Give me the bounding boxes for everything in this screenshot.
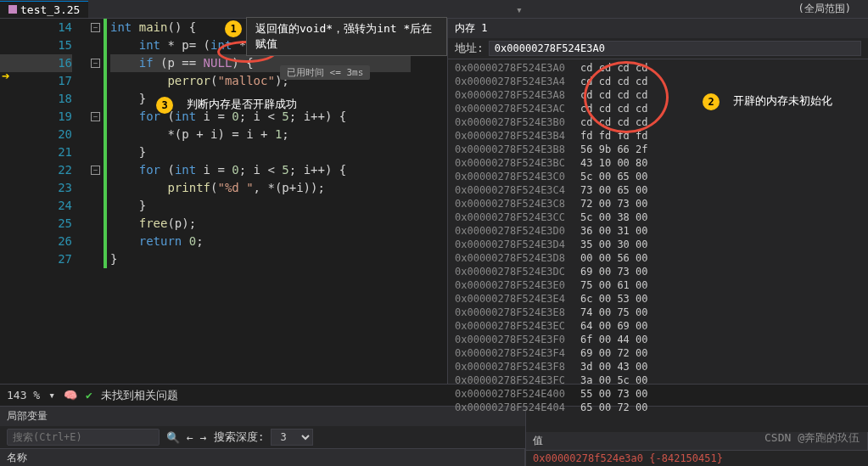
memory-panel: 内存 1 地址: 0x00000278F524E3A0cd cd cd cd0x… (447, 19, 868, 384)
memory-row: 0x00000278F524E3C872 00 73 00 (455, 197, 861, 211)
line-number: 22 (0, 161, 72, 179)
memory-row: 0x00000278F524E3B4fd fd fd fd (455, 129, 861, 143)
annotation-marker-1: 1 (225, 20, 242, 37)
memory-row: 0x00000278F524E40055 00 73 00 (455, 387, 861, 401)
table-row[interactable]: 0x00000278f524e3a0 {-842150451} (526, 451, 868, 466)
memory-row: 0x00000278F524E3CC5c 00 38 00 (455, 211, 861, 224)
memory-address-input[interactable] (489, 41, 861, 56)
cpp-icon (8, 5, 17, 14)
memory-title: 内存 1 (448, 19, 868, 38)
line-number: 18 (0, 90, 72, 108)
status-message: 未找到相关问题 (101, 388, 178, 403)
tab-bar: test_3.25 ▾ (全局范围) (0, 0, 868, 19)
search-icon[interactable]: 🔍 (166, 431, 180, 444)
search-input[interactable] (7, 429, 160, 446)
line-number: 27 (0, 250, 72, 268)
line-number: 14 (0, 19, 72, 36)
tab-label: test_3.25 (20, 3, 80, 16)
memory-row: 0x00000278F524E3DC69 00 73 00 (455, 265, 861, 278)
locals-search-row: 🔍 ← → 搜索深度: 3 (0, 426, 525, 449)
memory-row: 0x00000278F524E3D036 00 31 00 (455, 224, 861, 238)
memory-row: 0x00000278F524E3B856 9b 66 2f (455, 143, 861, 156)
memory-row: 0x00000278F524E3BC43 10 00 80 (455, 156, 861, 170)
memory-row: 0x00000278F524E3E075 00 61 00 (455, 278, 861, 292)
line-gutter: 14 15 16 17 18 19 20 21 22 23 24 25 26 2… (0, 19, 85, 268)
locals-header: 名称 (0, 449, 525, 466)
watermark: CSDN @奔跑的玖伍 (764, 430, 860, 446)
nav-back-icon[interactable]: ← (187, 431, 193, 444)
line-number: 25 (0, 215, 72, 233)
search-depth-select[interactable]: 3 (271, 429, 313, 446)
nav-forward-icon[interactable]: → (200, 431, 207, 444)
memory-row: 0x00000278F524E3C473 00 65 00 (455, 183, 861, 197)
line-number: 19 (0, 108, 72, 126)
memory-row: 0x00000278F524E3C05c 00 65 00 (455, 170, 861, 183)
variable-value: 0x00000278f524e3a0 {-842150451} (526, 451, 730, 466)
annotation-marker-3: 3 (156, 97, 173, 114)
col-name[interactable]: 名称 (0, 449, 525, 466)
depth-label: 搜索深度: (214, 430, 265, 445)
line-number: 26 (0, 233, 72, 250)
timing-overlay: 已用时间 <= 3ms (280, 65, 370, 80)
annotation-marker-2: 2 (703, 93, 720, 110)
memory-row: 0x00000278F524E3E46c 00 53 00 (455, 292, 861, 306)
zoom-dropdown-icon[interactable]: ▾ (48, 389, 55, 401)
memory-row: 0x00000278F524E3EC64 00 69 00 (455, 319, 861, 333)
memory-row: 0x00000278F524E3D435 00 30 00 (455, 238, 861, 251)
line-number: 23 (0, 179, 72, 197)
memory-row: 0x00000278F524E3F469 00 72 00 (455, 346, 861, 360)
zoom-level[interactable]: 143 % (7, 389, 40, 401)
dropdown-icon[interactable]: ▾ (516, 3, 523, 16)
locals-panel: 局部变量 🔍 ← → 搜索深度: 3 名称 ▸ ◈ p (0, 407, 526, 466)
memory-row: 0x00000278F524E3F83d 00 43 00 (455, 360, 861, 373)
intellicode-icon[interactable]: 🧠 (64, 389, 77, 401)
annotation-bubble-3: 判断内存是否开辟成功 (178, 93, 305, 115)
highlight-ring-mem (584, 61, 669, 133)
file-tab[interactable]: test_3.25 (0, 1, 88, 18)
line-number: 16 (0, 54, 72, 72)
line-number: 20 (0, 126, 72, 143)
main-area: ➔ 14 15 16 17 18 19 20 21 22 23 24 25 26… (0, 19, 868, 384)
line-number: 17 (0, 72, 72, 90)
check-icon: ✔ (86, 389, 92, 401)
change-indicator (104, 19, 107, 268)
scope-label[interactable]: (全局范围) (798, 2, 851, 16)
memory-address-row: 地址: (448, 38, 868, 59)
line-number: 24 (0, 197, 72, 215)
line-number: 15 (0, 36, 72, 54)
locals-title: 局部变量 (0, 407, 525, 426)
line-number: 21 (0, 143, 72, 161)
annotation-bubble-1: 返回值的void*，强转为int *后在赋值 (246, 17, 447, 56)
memory-addr-label: 地址: (455, 41, 484, 56)
memory-row: 0x00000278F524E3FC3a 00 5c 00 (455, 373, 861, 387)
memory-row: 0x00000278F524E40465 00 72 00 (455, 401, 861, 414)
code-editor[interactable]: ➔ 14 15 16 17 18 19 20 21 22 23 24 25 26… (0, 19, 447, 384)
memory-row: 0x00000278F524E3F06f 00 44 00 (455, 333, 861, 346)
memory-row: 0x00000278F524E3E874 00 75 00 (455, 306, 861, 319)
annotation-bubble-2: 开辟的内存未初始化 (725, 90, 841, 112)
memory-row: 0x00000278F524E3D800 00 56 00 (455, 251, 861, 265)
